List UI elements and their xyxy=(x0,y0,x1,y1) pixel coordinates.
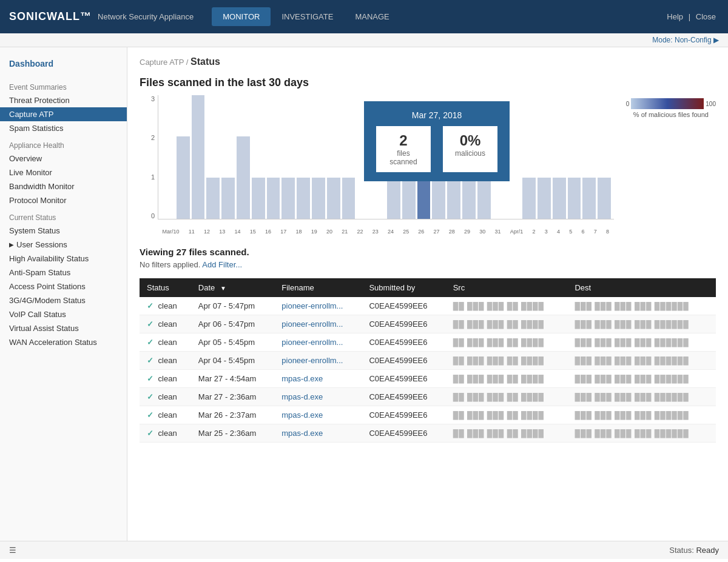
chart-tooltip: Mar 27, 2018 2 files scanned 0% maliciou… xyxy=(364,101,510,181)
sidebar-item-high-availability[interactable]: High Availability Status xyxy=(0,252,127,266)
cell-filename[interactable]: mpas-d.exe xyxy=(274,424,362,443)
bar-21[interactable] xyxy=(477,178,491,219)
cell-dest: ███ ███ ███ ███ ██████ xyxy=(567,352,716,370)
col-date[interactable]: Date ▼ xyxy=(191,278,274,297)
bar-2[interactable] xyxy=(192,95,205,219)
bar-6[interactable] xyxy=(252,178,265,219)
bar-26[interactable] xyxy=(553,178,566,219)
bar-27[interactable] xyxy=(568,178,581,219)
legend-gradient xyxy=(631,98,704,109)
sidebar-item-capture-atp[interactable]: Capture ATP xyxy=(0,107,127,121)
sidebar-item-threat-protection[interactable]: Threat Protection xyxy=(0,93,127,107)
x-axis-labels: Mar/101112131415161718192021222324252627… xyxy=(158,229,614,235)
viewing-text: Viewing 27 files scanned. xyxy=(140,247,716,257)
sidebar-item-label: Virtual Assist Status xyxy=(9,324,79,333)
bar-29[interactable] xyxy=(598,178,611,219)
sidebar-item-spam-statistics[interactable]: Spam Statistics xyxy=(0,121,127,135)
sidebar-item-label: High Availability Status xyxy=(9,254,89,263)
nav-investigate[interactable]: INVESTIGATE xyxy=(271,7,344,26)
sidebar-item-label: Access Point Stations xyxy=(9,282,86,291)
check-icon: ✓ xyxy=(147,338,153,347)
nav-monitor[interactable]: MONITOR xyxy=(212,7,271,26)
add-filter-link[interactable]: Add Filter... xyxy=(202,260,242,269)
sidebar-item-access-points[interactable]: Access Point Stations xyxy=(0,279,127,293)
nav-manage[interactable]: MANAGE xyxy=(344,7,400,26)
bar-15[interactable] xyxy=(387,178,400,219)
check-icon: ✓ xyxy=(147,410,153,420)
sidebar-item-live-monitor[interactable]: Live Monitor xyxy=(0,166,127,179)
cell-filename[interactable]: pioneer-enrollm... xyxy=(274,315,362,333)
sonicwall-logo: SONICWALL™ xyxy=(9,10,92,23)
sidebar-item-user-sessions[interactable]: ▶ User Sessions xyxy=(0,238,127,252)
sidebar-item-protocol-monitor[interactable]: Protocol Monitor xyxy=(0,193,127,207)
status-label: Status: xyxy=(669,546,693,555)
bar-24[interactable] xyxy=(522,178,536,219)
help-link[interactable]: Help xyxy=(667,12,683,21)
sidebar-item-voip[interactable]: VoIP Call Status xyxy=(0,307,127,321)
bar-28[interactable] xyxy=(582,178,596,219)
breadcrumb-parent[interactable]: Capture ATP xyxy=(140,58,184,67)
cell-status: ✓ clean xyxy=(140,406,191,424)
main-content: Capture ATP / Status Files scanned in th… xyxy=(127,47,728,541)
sidebar-item-label: Anti-Spam Status xyxy=(9,268,70,277)
table-row: ✓ clean Apr 05 - 5:45pm pioneer-enrollm.… xyxy=(140,333,716,352)
bar-18[interactable] xyxy=(432,178,445,219)
cell-date: Apr 07 - 5:47pm xyxy=(191,297,274,315)
close-link[interactable]: Close xyxy=(696,12,716,21)
bar-12[interactable] xyxy=(342,178,356,219)
sidebar-section-event-summaries: Event Summaries xyxy=(0,77,127,93)
dest-value: ███ ███ ███ ███ ██████ xyxy=(575,411,689,420)
cell-src: ██ ███ ███ ██ ████ xyxy=(446,370,568,388)
cell-filename[interactable]: mpas-d.exe xyxy=(274,388,362,406)
bar-1[interactable] xyxy=(177,136,190,219)
bar-9[interactable] xyxy=(297,178,310,219)
cell-submitted-by: C0EAE4599EE6 xyxy=(362,388,445,406)
src-value: ██ ███ ███ ██ ████ xyxy=(453,411,544,420)
sidebar-item-bandwidth-monitor[interactable]: Bandwidth Monitor xyxy=(0,179,127,193)
bar-20[interactable] xyxy=(462,178,476,219)
bar-7[interactable] xyxy=(267,178,280,219)
dest-value: ███ ███ ███ ███ ██████ xyxy=(575,393,689,401)
cell-src: ██ ███ ███ ██ ████ xyxy=(446,333,568,352)
sidebar-item-wan-acceleration[interactable]: WAN Acceleration Status xyxy=(0,335,127,349)
table-row: ✓ clean Apr 07 - 5:47pm pioneer-enrollm.… xyxy=(140,297,716,315)
tooltip-files-scanned: 2 files scanned xyxy=(376,126,431,172)
sidebar-item-virtual-assist[interactable]: Virtual Assist Status xyxy=(0,321,127,335)
cell-filename[interactable]: pioneer-enrollm... xyxy=(274,333,362,352)
filter-row: No filters applied. Add Filter... xyxy=(140,260,716,269)
logo-sonic: SONIC xyxy=(9,10,47,22)
sidebar-item-dashboard[interactable]: Dashboard xyxy=(9,56,118,71)
cell-filename[interactable]: mpas-d.exe xyxy=(274,406,362,424)
check-icon: ✓ xyxy=(147,429,153,438)
mode-value[interactable]: Non-Config ▶ xyxy=(675,36,719,44)
bar-10[interactable] xyxy=(312,178,325,219)
sort-arrow-icon: ▼ xyxy=(220,285,226,292)
col-status: Status xyxy=(140,278,191,297)
sidebar-item-3g4g[interactable]: 3G/4G/Modem Status xyxy=(0,293,127,307)
bar-16[interactable] xyxy=(402,178,416,219)
bar-3[interactable] xyxy=(206,178,220,219)
sidebar-item-overview[interactable]: Overview xyxy=(0,152,127,166)
bar-11[interactable] xyxy=(327,178,340,219)
sidebar-item-system-status[interactable]: System Status xyxy=(0,224,127,238)
y-label-0: 0 xyxy=(151,212,155,219)
tooltip-files-label: files scanned xyxy=(385,149,422,166)
cell-filename[interactable]: pioneer-enrollm... xyxy=(274,352,362,370)
cell-filename[interactable]: mpas-d.exe xyxy=(274,370,362,388)
tooltip-files-num: 2 xyxy=(385,132,422,149)
bar-4[interactable] xyxy=(221,178,235,219)
dest-value: ███ ███ ███ ███ ██████ xyxy=(575,375,689,383)
bar-19[interactable] xyxy=(447,178,460,219)
cell-filename[interactable]: pioneer-enrollm... xyxy=(274,297,362,315)
arrow-icon: ▶ xyxy=(9,241,14,248)
cell-status: ✓ clean xyxy=(140,333,191,352)
bar-25[interactable] xyxy=(538,178,551,219)
cell-status: ✓ clean xyxy=(140,352,191,370)
menu-icon[interactable]: ☰ xyxy=(9,546,16,555)
sidebar-item-anti-spam[interactable]: Anti-Spam Status xyxy=(0,266,127,279)
table-row: ✓ clean Apr 04 - 5:45pm pioneer-enrollm.… xyxy=(140,352,716,370)
cell-submitted-by: C0EAE4599EE6 xyxy=(362,352,445,370)
cell-src: ██ ███ ███ ██ ████ xyxy=(446,297,568,315)
bar-5[interactable] xyxy=(237,136,250,219)
bar-8[interactable] xyxy=(281,178,295,219)
